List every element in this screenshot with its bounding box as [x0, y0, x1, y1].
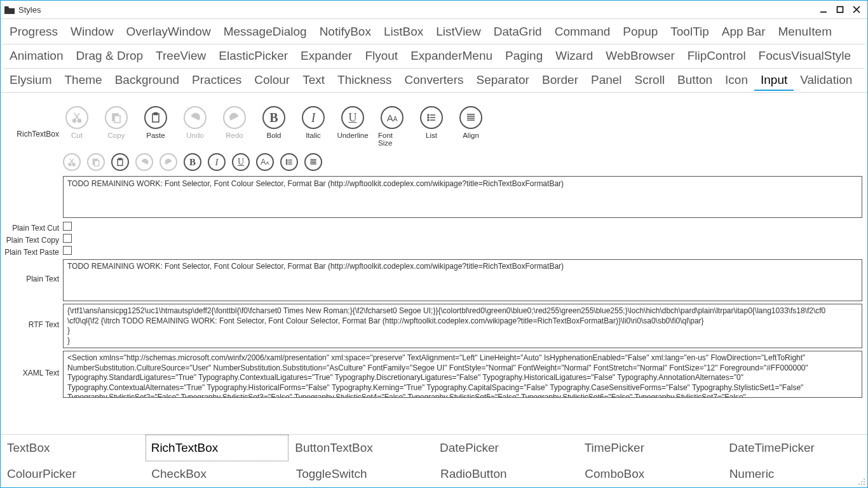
- rtftext-box[interactable]: {\rtf1\ansi\ansicpg1252\uc1\htmautsp\def…: [63, 304, 862, 348]
- tab-flyout[interactable]: Flyout: [358, 46, 404, 67]
- tab-paging[interactable]: Paging: [499, 46, 549, 67]
- tab-separator[interactable]: Separator: [470, 70, 536, 91]
- undo-button[interactable]: Undo: [181, 106, 209, 147]
- footer-tab-checkbox[interactable]: CheckBox: [145, 461, 289, 488]
- tab-expandermenu[interactable]: ExpanderMenu: [404, 46, 499, 67]
- tab-elysium[interactable]: Elysium: [3, 70, 58, 91]
- footer-tab-buttontextbox[interactable]: ButtonTextBox: [288, 435, 433, 461]
- list-icon: [420, 106, 443, 129]
- tab-input[interactable]: Input: [754, 70, 794, 91]
- tab-window[interactable]: Window: [64, 22, 120, 43]
- italic-button-sm[interactable]: I: [208, 153, 226, 171]
- tab-webbrowser[interactable]: WebBrowser: [599, 46, 681, 67]
- close-button[interactable]: [852, 5, 861, 14]
- tab-tooltip[interactable]: ToolTip: [664, 22, 715, 43]
- redo-button[interactable]: Redo: [220, 106, 248, 147]
- tab-treeview[interactable]: TreeView: [149, 46, 212, 67]
- minimize-button[interactable]: [819, 5, 828, 14]
- tab-listview[interactable]: ListView: [430, 22, 487, 43]
- tab-text[interactable]: Text: [296, 70, 331, 91]
- rich-toolbar-small: B I U AA: [63, 148, 862, 175]
- resize-grip-icon[interactable]: [858, 478, 866, 486]
- bold-button-sm[interactable]: B: [184, 153, 201, 171]
- xamltext-box[interactable]: <Section xmlns="http://schemas.microsoft…: [63, 351, 862, 398]
- footer-tab-textbox[interactable]: TextBox: [1, 435, 146, 461]
- richtextbox-editor[interactable]: TODO REMAINING WORK: Font Selector, Font…: [63, 176, 862, 218]
- tab-theme[interactable]: Theme: [58, 70, 109, 91]
- tab-converters[interactable]: Converters: [398, 70, 470, 91]
- align-button[interactable]: Align: [457, 106, 485, 147]
- tab-focusvisualstyle[interactable]: FocusVisualStyle: [752, 46, 857, 67]
- tab-expander[interactable]: Expander: [294, 46, 358, 67]
- plaincut-checkbox[interactable]: [63, 222, 72, 231]
- tab-listbox[interactable]: ListBox: [377, 22, 430, 43]
- cut-button-sm[interactable]: [63, 153, 81, 171]
- list-button-sm[interactable]: [280, 153, 298, 171]
- tab-elasticpicker[interactable]: ElasticPicker: [212, 46, 294, 67]
- redo-button-sm[interactable]: [159, 153, 177, 171]
- footer-tab-richtextbox[interactable]: RichTextBox: [146, 435, 289, 461]
- footer-tab-combobox[interactable]: ComboBox: [578, 461, 722, 488]
- footer-tab-timepicker[interactable]: TimePicker: [578, 435, 723, 461]
- tabstrip-top: ProgressWindowOverlayWindowMessageDialog…: [1, 18, 867, 93]
- tab-thickness[interactable]: Thickness: [331, 70, 398, 91]
- tab-icon[interactable]: Icon: [719, 70, 754, 91]
- tab-animation[interactable]: Animation: [3, 46, 70, 67]
- maximize-button[interactable]: [836, 5, 844, 14]
- tab-progress[interactable]: Progress: [3, 22, 64, 43]
- footer-tab-datetimepicker[interactable]: DateTimePicker: [722, 435, 867, 461]
- copy-button[interactable]: Copy: [102, 106, 130, 147]
- tab-command[interactable]: Command: [548, 22, 617, 43]
- underline-icon: U: [341, 106, 364, 129]
- italic-button[interactable]: IItalic: [299, 106, 327, 147]
- tab-popup[interactable]: Popup: [616, 22, 664, 43]
- fontsize-button-sm[interactable]: AA: [256, 153, 274, 171]
- label-xamltext: XAML Text: [3, 351, 63, 377]
- tab-drag-drop[interactable]: Drag & Drop: [70, 46, 150, 67]
- content-area: RichTextBox Cut Copy Paste Undo Redo BBo…: [1, 102, 867, 433]
- svg-rect-9: [114, 116, 120, 123]
- align-icon: [459, 106, 482, 129]
- tab-datagrid[interactable]: DataGrid: [487, 22, 548, 43]
- footer-tab-toggleswitch[interactable]: ToggleSwitch: [290, 461, 434, 488]
- tab-wizard[interactable]: Wizard: [549, 46, 599, 67]
- tab-validation[interactable]: Validation: [794, 70, 858, 91]
- tab-notifybox[interactable]: NotifyBox: [313, 22, 377, 43]
- tab-messagedialog[interactable]: MessageDialog: [217, 22, 313, 43]
- svg-line-6: [75, 113, 79, 119]
- underline-button-sm[interactable]: U: [232, 153, 250, 171]
- footer-tab-colourpicker[interactable]: ColourPicker: [1, 461, 145, 488]
- plainpaste-checkbox[interactable]: [63, 246, 72, 255]
- label-plaincopy: Plain Text Copy: [3, 234, 63, 245]
- tab-button[interactable]: Button: [671, 70, 719, 91]
- paste-button-sm[interactable]: [111, 153, 129, 171]
- tab-app-bar[interactable]: App Bar: [715, 22, 772, 43]
- tab-border[interactable]: Border: [536, 70, 585, 91]
- svg-rect-42: [864, 481, 865, 482]
- svg-rect-29: [119, 158, 121, 159]
- footer-tab-numeric[interactable]: Numeric: [723, 461, 867, 488]
- list-button[interactable]: List: [417, 106, 445, 147]
- undo-button-sm[interactable]: [135, 153, 153, 171]
- paste-button[interactable]: Paste: [142, 106, 170, 147]
- copy-button-sm[interactable]: [87, 153, 105, 171]
- tab-practices[interactable]: Practices: [186, 70, 248, 91]
- tab-flipcontrol[interactable]: FlipControl: [681, 46, 752, 67]
- fontsize-button[interactable]: AAFont Size: [378, 106, 406, 147]
- tab-panel[interactable]: Panel: [585, 70, 628, 91]
- tab-scroll[interactable]: Scroll: [628, 70, 672, 91]
- tab-colour[interactable]: Colour: [248, 70, 296, 91]
- footer-tab-radiobutton[interactable]: RadioButton: [434, 461, 578, 488]
- svg-point-32: [286, 161, 287, 163]
- undo-icon: [184, 106, 207, 129]
- plaincopy-checkbox[interactable]: [63, 234, 72, 243]
- plaintext-box[interactable]: TODO REMAINING WORK: Font Selector, Font…: [63, 259, 862, 301]
- underline-button[interactable]: UUnderline: [339, 106, 367, 147]
- align-button-sm[interactable]: [304, 153, 322, 171]
- tab-menuitem[interactable]: MenuItem: [772, 22, 838, 43]
- footer-tab-datepicker[interactable]: DatePicker: [433, 435, 578, 461]
- cut-button[interactable]: Cut: [63, 106, 91, 147]
- tab-background[interactable]: Background: [109, 70, 186, 91]
- bold-button[interactable]: BBold: [260, 106, 288, 147]
- tab-overlaywindow[interactable]: OverlayWindow: [120, 22, 217, 43]
